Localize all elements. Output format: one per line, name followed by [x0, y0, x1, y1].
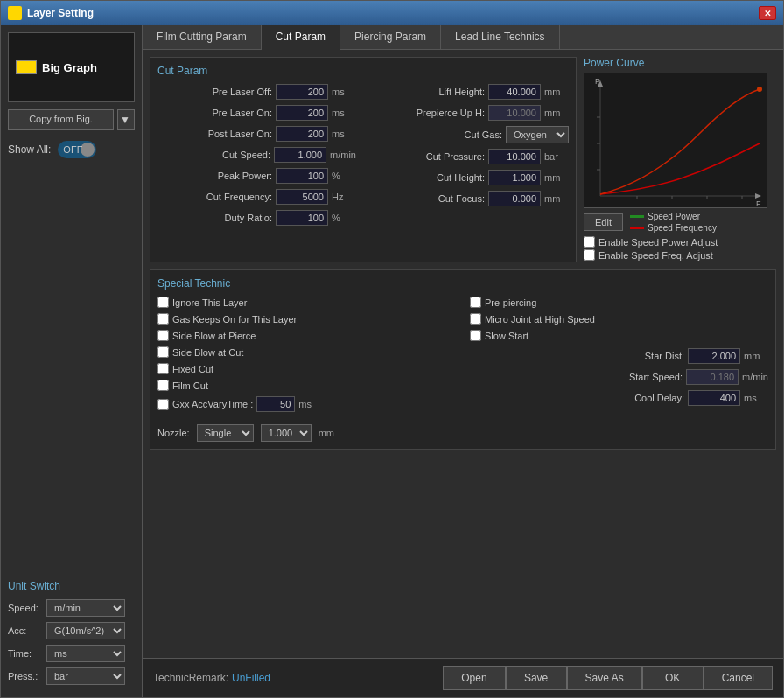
- gas-keeps-on-checkbox[interactable]: [158, 313, 169, 325]
- ok-button[interactable]: OK: [642, 666, 704, 690]
- duty-ratio-unit: %: [332, 213, 356, 223]
- lift-height-input[interactable]: [488, 84, 541, 100]
- tab-film-cutting[interactable]: Film Cutting Param: [143, 25, 262, 49]
- window-icon: [8, 6, 22, 20]
- star-dist-row: Star Dist: mm: [470, 348, 768, 364]
- pre-laser-on-input[interactable]: [276, 105, 328, 121]
- cut-pressure-row: Cut Pressure: bar: [370, 149, 569, 164]
- cancel-button[interactable]: Cancel: [704, 666, 773, 690]
- pre-laser-off-input[interactable]: [276, 84, 328, 100]
- tab-bar: Film Cutting Param Cut Param Piercing Pa…: [143, 25, 783, 50]
- curve-edit-button[interactable]: Edit: [584, 213, 623, 231]
- svg-marker-11: [755, 193, 761, 199]
- speed-unit-row: Speed: m/min mm/s: [8, 599, 135, 617]
- time-unit-select[interactable]: ms s: [46, 645, 125, 662]
- power-curve-canvas: P: [584, 73, 767, 208]
- open-button[interactable]: Open: [443, 666, 505, 690]
- lift-height-label: Lift Height:: [370, 87, 485, 97]
- toggle-knob: [80, 143, 94, 157]
- speed-power-legend-color: [630, 215, 644, 218]
- window-title: Layer Setting: [27, 7, 753, 19]
- layer-name: Big Graph: [42, 61, 97, 74]
- pre-piercing-checkbox[interactable]: [470, 297, 481, 308]
- close-button[interactable]: ✕: [759, 6, 776, 20]
- tab-lead-line[interactable]: Lead Line Technics: [441, 25, 560, 49]
- prepierce-up-row: Prepierce Up H: mm: [370, 105, 569, 121]
- speed-power-legend-label: Speed Power: [648, 212, 700, 221]
- star-dist-input[interactable]: [688, 348, 740, 364]
- speed-unit-select[interactable]: m/min mm/s: [46, 599, 125, 617]
- film-cut-checkbox[interactable]: [158, 380, 169, 391]
- cut-param-cols: Pre Laser Off: ms Pre Laser On: ms: [158, 84, 569, 231]
- peak-power-input[interactable]: [276, 168, 328, 184]
- nozzle-type-select[interactable]: Single Double: [197, 424, 254, 442]
- post-laser-on-unit: ms: [332, 129, 356, 139]
- micro-joint-checkbox[interactable]: [470, 313, 481, 325]
- enable-speed-freq-checkbox[interactable]: [584, 249, 595, 261]
- tab-piercing-param[interactable]: Piercing Param: [340, 25, 441, 49]
- save-as-button[interactable]: Save As: [567, 666, 642, 690]
- cut-frequency-label: Cut Frequency:: [158, 192, 272, 202]
- nozzle-value-select[interactable]: 1.000 1.500 2.000: [261, 424, 312, 442]
- content-area: Cut Param Pre Laser Off: ms Pre L: [143, 50, 783, 658]
- side-blow-pierce-row: Side Blow at Pierce: [158, 330, 456, 341]
- layer-item[interactable]: Big Graph: [8, 32, 135, 102]
- start-speed-row: Start Speed: m/min: [470, 369, 768, 385]
- speed-freq-legend-label: Speed Frequency: [648, 223, 717, 233]
- toggle-state-text: OFF: [63, 144, 82, 155]
- cut-gas-row: Cut Gas: Oxygen Nitrogen Air: [370, 126, 569, 143]
- layer-color-swatch: [16, 60, 37, 74]
- acc-unit-select[interactable]: G(10m/s^2) m/s^2: [46, 622, 125, 639]
- copy-from-button[interactable]: Copy from Big.: [8, 109, 114, 130]
- start-speed-label: Start Speed:: [470, 372, 682, 382]
- svg-text:F: F: [756, 199, 761, 208]
- unit-switch-label: Unit Switch: [8, 580, 135, 592]
- side-blow-cut-row: Side Blow at Cut: [158, 346, 456, 358]
- fixed-cut-checkbox[interactable]: [158, 363, 169, 374]
- enable-speed-power-checkbox[interactable]: [584, 236, 595, 248]
- pre-laser-off-label: Pre Laser Off:: [158, 87, 272, 97]
- gas-keeps-on-row: Gas Keeps On for This Layer: [158, 313, 456, 325]
- cut-height-input[interactable]: [488, 170, 541, 185]
- side-blow-pierce-checkbox[interactable]: [158, 330, 169, 341]
- cut-param-header: Cut Param: [158, 65, 569, 77]
- special-technic-left-col: Ignore This Layer Gas Keeps On for This …: [158, 297, 456, 417]
- cut-pressure-input[interactable]: [488, 149, 541, 164]
- duty-ratio-input[interactable]: [276, 210, 328, 226]
- gxx-value-input[interactable]: [256, 396, 295, 412]
- main-content: Big Graph Copy from Big. ▼ Show All: OFF…: [1, 25, 783, 697]
- pre-laser-on-unit: ms: [332, 108, 356, 118]
- copy-dropdown-arrow[interactable]: ▼: [117, 109, 135, 130]
- cut-focus-input[interactable]: [488, 191, 541, 206]
- tab-cut-param[interactable]: Cut Param: [262, 25, 340, 50]
- pre-laser-off-row: Pre Laser Off: ms: [158, 84, 356, 100]
- show-all-toggle[interactable]: OFF: [58, 141, 96, 158]
- side-blow-cut-checkbox[interactable]: [158, 346, 169, 358]
- speed-freq-legend-color: [630, 227, 644, 229]
- press-label: Press.:: [8, 671, 43, 681]
- ignore-layer-checkbox[interactable]: [158, 297, 169, 308]
- cut-speed-input[interactable]: [274, 147, 326, 163]
- start-speed-input[interactable]: [686, 369, 738, 385]
- svg-point-9: [757, 87, 762, 92]
- post-laser-on-input[interactable]: [276, 126, 328, 142]
- gxx-checkbox[interactable]: [158, 399, 169, 410]
- cut-frequency-input[interactable]: [276, 189, 328, 205]
- slow-start-label: Slow Start: [485, 331, 528, 341]
- star-dist-unit: mm: [744, 351, 768, 361]
- power-curve-svg: F: [584, 73, 767, 208]
- cool-delay-input[interactable]: [688, 390, 740, 406]
- save-button[interactable]: Save: [506, 666, 567, 690]
- special-technic-cols: Ignore This Layer Gas Keeps On for This …: [158, 297, 768, 417]
- peak-power-label: Peak Power:: [158, 171, 272, 181]
- micro-joint-row: Micro Joint at High Speed: [470, 313, 768, 325]
- nozzle-label: Nozzle:: [158, 428, 190, 438]
- enable-speed-freq-row: Enable Speed Freq. Adjust: [584, 249, 776, 261]
- show-all-row: Show All: OFF: [8, 137, 135, 162]
- press-unit-select[interactable]: bar psi: [46, 667, 125, 685]
- slow-start-checkbox[interactable]: [470, 330, 481, 341]
- micro-joint-label: Micro Joint at High Speed: [485, 314, 595, 325]
- prepierce-up-input[interactable]: [488, 105, 541, 121]
- cut-gas-select[interactable]: Oxygen Nitrogen Air: [506, 126, 569, 143]
- star-dist-label: Star Dist:: [470, 351, 684, 361]
